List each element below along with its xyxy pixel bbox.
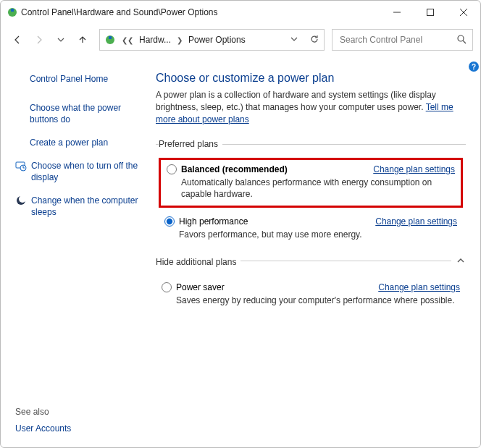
sidebar-item-label: Change when the computer sleeps (31, 195, 146, 218)
sidebar-home[interactable]: Control Panel Home (30, 73, 146, 85)
plan-high-change-link[interactable]: Change plan settings (375, 216, 457, 227)
breadcrumb-power-options[interactable]: Power Options (188, 35, 246, 45)
search-box[interactable] (332, 29, 473, 51)
plan-balanced-radio[interactable] (167, 164, 177, 174)
close-button[interactable] (447, 1, 480, 24)
nav-forward-button[interactable] (30, 30, 49, 49)
plan-high-radio[interactable] (164, 216, 175, 227)
preferred-plans-label: Preferred plans (159, 139, 222, 149)
plan-high-name: High performance (179, 216, 248, 227)
plan-high-performance: High performance Change plan settings Fa… (159, 212, 463, 246)
plan-balanced: Balanced (recommended) Change plan setti… (159, 158, 463, 208)
page-intro: A power plan is a collection of hardware… (156, 89, 466, 126)
svg-point-8 (458, 35, 464, 41)
intro-text: A power plan is a collection of hardware… (156, 90, 436, 112)
sidebar-create-plan[interactable]: Create a power plan (30, 137, 146, 148)
plan-saver-desc: Saves energy by reducing your computer's… (176, 295, 460, 306)
sidebar-when-sleeps[interactable]: Change when the computer sleeps (30, 195, 146, 218)
window: Control Panel\Hardware and Sound\Power O… (0, 0, 481, 448)
plan-high-desc: Favors performance, but may use more ene… (179, 229, 457, 240)
titlebar: Control Panel\Hardware and Sound\Power O… (1, 1, 480, 24)
plan-power-saver: Power saver Change plan settings Saves e… (156, 278, 466, 312)
breadcrumb-hardware[interactable]: Hardw... (139, 35, 171, 45)
plan-saver-name: Power saver (176, 282, 225, 292)
nav-back-button[interactable] (8, 30, 27, 49)
see-also-label: See also (15, 392, 146, 417)
svg-line-9 (463, 41, 466, 43)
main-panel: ? Choose or customize a power plan A pow… (153, 60, 480, 447)
plan-balanced-name: Balanced (recommended) (181, 164, 288, 174)
sidebar-when-off-display[interactable]: Choose when to turn off the display (30, 160, 146, 183)
svg-point-15 (19, 195, 26, 203)
hide-additional-label: Hide additional plans (156, 257, 240, 267)
hide-additional-header[interactable]: Hide additional plans (156, 261, 466, 274)
plan-balanced-desc: Automatically balances performance with … (181, 177, 455, 200)
svg-rect-1 (11, 9, 14, 12)
address-bar[interactable]: ❮❮ Hardw... ❯ Power Options (99, 29, 325, 51)
svg-rect-3 (427, 9, 434, 16)
monitor-icon (15, 160, 27, 172)
plan-saver-radio[interactable] (162, 282, 172, 292)
control-panel-icon (7, 7, 18, 18)
moon-icon (15, 195, 27, 206)
nav-recent-dropdown[interactable] (51, 30, 70, 49)
collapse-icon[interactable] (451, 255, 466, 268)
breadcrumb-separator[interactable]: ❮❮ (120, 36, 135, 44)
refresh-button[interactable] (304, 34, 319, 46)
svg-rect-7 (109, 36, 112, 39)
control-panel-icon (104, 34, 116, 46)
plan-balanced-change-link[interactable]: Change plan settings (373, 164, 455, 174)
sidebar-user-accounts[interactable]: User Accounts (15, 423, 146, 434)
minimize-button[interactable] (380, 1, 414, 24)
address-dropdown[interactable] (289, 35, 299, 44)
nav-row: ❮❮ Hardw... ❯ Power Options (1, 24, 480, 56)
window-title: Control Panel\Hardware and Sound\Power O… (18, 7, 380, 17)
content-area: Control Panel Home Choose what the power… (1, 56, 480, 447)
search-icon[interactable] (456, 34, 467, 46)
page-title: Choose or customize a power plan (156, 72, 466, 85)
preferred-plans-group: Preferred plans Balanced (recommended) C… (156, 139, 466, 250)
sidebar-what-buttons[interactable]: Choose what the power buttons do (30, 102, 146, 125)
plan-saver-change-link[interactable]: Change plan settings (378, 282, 460, 292)
sidebar-item-label: Choose when to turn off the display (31, 160, 146, 183)
sidebar: Control Panel Home Choose what the power… (1, 60, 153, 447)
maximize-button[interactable] (414, 1, 447, 24)
chevron-right-icon[interactable]: ❯ (175, 36, 184, 44)
nav-up-button[interactable] (73, 30, 92, 49)
help-icon[interactable]: ? (469, 62, 479, 72)
search-input[interactable] (338, 34, 452, 46)
